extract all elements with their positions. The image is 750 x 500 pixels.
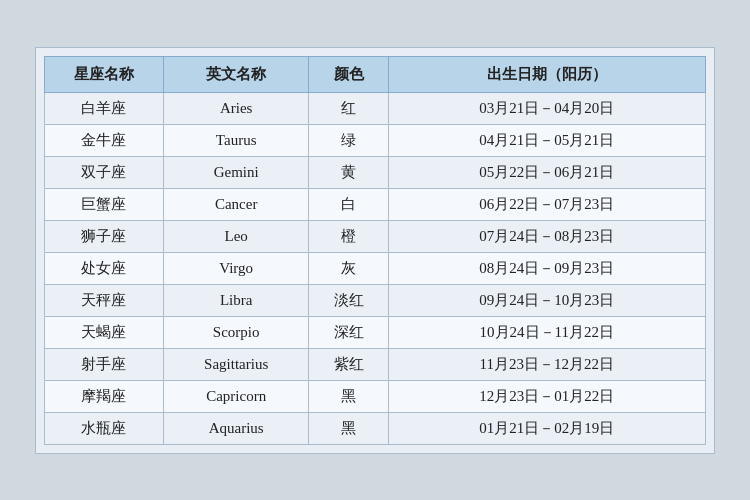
- cell-english: Virgo: [163, 252, 308, 284]
- cell-color: 黄: [309, 156, 388, 188]
- table-row: 狮子座Leo橙07月24日－08月23日: [45, 220, 706, 252]
- cell-color: 白: [309, 188, 388, 220]
- table-row: 天秤座Libra淡红09月24日－10月23日: [45, 284, 706, 316]
- cell-english: Aquarius: [163, 412, 308, 444]
- table-row: 白羊座Aries红03月21日－04月20日: [45, 92, 706, 124]
- cell-color: 深红: [309, 316, 388, 348]
- cell-color: 橙: [309, 220, 388, 252]
- table-row: 双子座Gemini黄05月22日－06月21日: [45, 156, 706, 188]
- zodiac-table: 星座名称 英文名称 颜色 出生日期（阳历） 白羊座Aries红03月21日－04…: [44, 56, 706, 445]
- zodiac-table-container: 星座名称 英文名称 颜色 出生日期（阳历） 白羊座Aries红03月21日－04…: [35, 47, 715, 454]
- cell-english: Sagittarius: [163, 348, 308, 380]
- cell-english: Scorpio: [163, 316, 308, 348]
- cell-chinese: 巨蟹座: [45, 188, 164, 220]
- cell-english: Capricorn: [163, 380, 308, 412]
- cell-chinese: 水瓶座: [45, 412, 164, 444]
- cell-color: 灰: [309, 252, 388, 284]
- cell-date: 08月24日－09月23日: [388, 252, 705, 284]
- cell-date: 09月24日－10月23日: [388, 284, 705, 316]
- cell-date: 06月22日－07月23日: [388, 188, 705, 220]
- cell-color: 黑: [309, 412, 388, 444]
- cell-chinese: 白羊座: [45, 92, 164, 124]
- cell-chinese: 双子座: [45, 156, 164, 188]
- table-header-row: 星座名称 英文名称 颜色 出生日期（阳历）: [45, 56, 706, 92]
- cell-english: Gemini: [163, 156, 308, 188]
- cell-english: Aries: [163, 92, 308, 124]
- cell-english: Taurus: [163, 124, 308, 156]
- cell-chinese: 处女座: [45, 252, 164, 284]
- header-chinese: 星座名称: [45, 56, 164, 92]
- cell-date: 12月23日－01月22日: [388, 380, 705, 412]
- cell-date: 05月22日－06月21日: [388, 156, 705, 188]
- table-row: 巨蟹座Cancer白06月22日－07月23日: [45, 188, 706, 220]
- cell-color: 黑: [309, 380, 388, 412]
- table-row: 射手座Sagittarius紫红11月23日－12月22日: [45, 348, 706, 380]
- cell-chinese: 天蝎座: [45, 316, 164, 348]
- cell-color: 红: [309, 92, 388, 124]
- header-date: 出生日期（阳历）: [388, 56, 705, 92]
- cell-color: 紫红: [309, 348, 388, 380]
- cell-date: 04月21日－05月21日: [388, 124, 705, 156]
- cell-date: 11月23日－12月22日: [388, 348, 705, 380]
- cell-english: Cancer: [163, 188, 308, 220]
- cell-date: 07月24日－08月23日: [388, 220, 705, 252]
- cell-date: 01月21日－02月19日: [388, 412, 705, 444]
- cell-date: 03月21日－04月20日: [388, 92, 705, 124]
- cell-color: 淡红: [309, 284, 388, 316]
- header-color: 颜色: [309, 56, 388, 92]
- cell-chinese: 金牛座: [45, 124, 164, 156]
- cell-english: Leo: [163, 220, 308, 252]
- table-row: 天蝎座Scorpio深红10月24日－11月22日: [45, 316, 706, 348]
- table-row: 摩羯座Capricorn黑12月23日－01月22日: [45, 380, 706, 412]
- cell-date: 10月24日－11月22日: [388, 316, 705, 348]
- table-row: 金牛座Taurus绿04月21日－05月21日: [45, 124, 706, 156]
- table-row: 水瓶座Aquarius黑01月21日－02月19日: [45, 412, 706, 444]
- table-body: 白羊座Aries红03月21日－04月20日金牛座Taurus绿04月21日－0…: [45, 92, 706, 444]
- table-row: 处女座Virgo灰08月24日－09月23日: [45, 252, 706, 284]
- cell-chinese: 射手座: [45, 348, 164, 380]
- cell-english: Libra: [163, 284, 308, 316]
- cell-chinese: 摩羯座: [45, 380, 164, 412]
- cell-chinese: 天秤座: [45, 284, 164, 316]
- cell-chinese: 狮子座: [45, 220, 164, 252]
- cell-color: 绿: [309, 124, 388, 156]
- header-english: 英文名称: [163, 56, 308, 92]
